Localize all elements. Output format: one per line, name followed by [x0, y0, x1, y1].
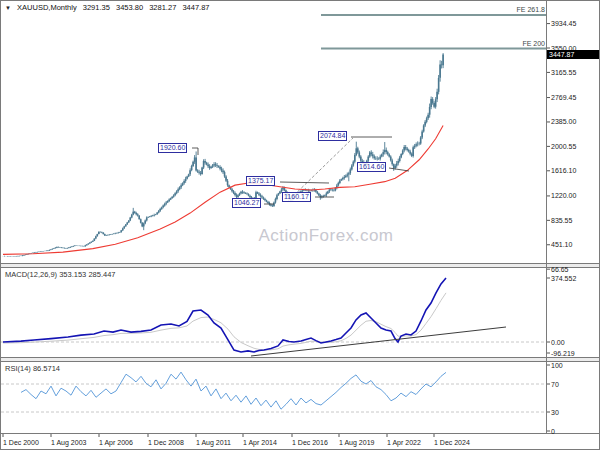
macd-indicator-label: MACD(12,26,9) 353.153 285.447 — [5, 270, 116, 279]
pane-splitter[interactable] — [1, 263, 600, 268]
rsi-line — [21, 372, 446, 409]
chart-window: ActionForex.com ▼ XAUUSD,Monthly 3291.35… — [0, 0, 600, 450]
high-value: 3453.80 — [116, 3, 143, 12]
projection-trendline — [287, 138, 353, 202]
moving-average-line — [3, 125, 443, 254]
macd-main-line — [3, 278, 446, 352]
close-value: 3447.87 — [182, 3, 209, 12]
open-value: 3291.35 — [83, 3, 110, 12]
annotation-line — [389, 168, 409, 171]
low-value: 3281.27 — [149, 3, 176, 12]
chart-canvas[interactable] — [1, 1, 600, 450]
chevron-down-icon[interactable]: ▼ — [5, 5, 11, 11]
pane-splitter[interactable] — [1, 357, 600, 362]
symbol-info-bar: ▼ XAUUSD,Monthly 3291.35 3453.80 3281.27… — [5, 3, 214, 12]
axis-baseline — [1, 433, 600, 434]
price-axis-separator — [546, 1, 547, 433]
annotation-line — [192, 148, 198, 155]
annotation-line — [280, 182, 329, 183]
symbol-period-label[interactable]: XAUUSD,Monthly — [17, 3, 77, 12]
rsi-indicator-label: RSI(14) 86.5714 — [5, 364, 60, 373]
current-price-tag: 3447.87 — [547, 50, 600, 59]
